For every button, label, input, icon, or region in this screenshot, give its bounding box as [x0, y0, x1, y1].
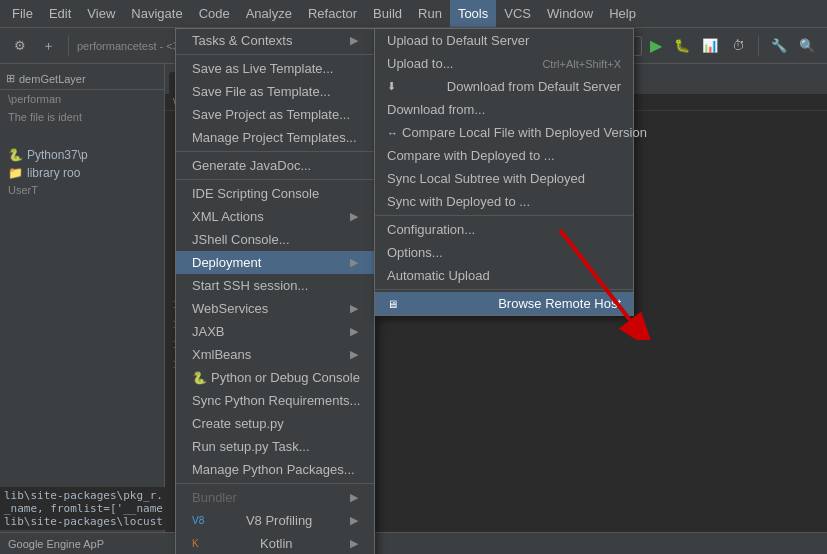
sidebar-item-2[interactable]: 📁 library roo	[0, 164, 164, 182]
menu-run[interactable]: Run	[410, 0, 450, 27]
toolbar-sep2	[758, 36, 759, 56]
menu-window[interactable]: Window	[539, 0, 601, 27]
bottom-path-1: lib\site-packages\pkg_r...	[4, 489, 165, 502]
code-line-8: 8 Set, task, between	[165, 255, 827, 275]
run-config-label: placeGetLayer	[539, 39, 617, 53]
code-line-3: 3 impo	[165, 155, 827, 175]
menu-code[interactable]: Code	[191, 0, 238, 27]
menu-tools[interactable]: Tools	[450, 0, 496, 27]
menu-vcs[interactable]: VCS	[496, 0, 539, 27]
bottom-bar: Google Engine ApP	[0, 532, 827, 554]
toolbar-sep1	[68, 36, 69, 56]
menu-refactor[interactable]: Refactor	[300, 0, 365, 27]
python-file-icon: 🐍	[181, 78, 193, 89]
sidebar-item-label-1: Python37\p	[27, 148, 88, 162]
menu-file[interactable]: File	[4, 0, 41, 27]
python-icon: 🐍	[8, 148, 23, 162]
sidebar-user-label: UserT	[0, 182, 164, 198]
code-line-13: 13	[165, 355, 827, 375]
editor-tab-active[interactable]: 🐍 placeGetLayer.py ✕	[169, 72, 318, 94]
code-line-2: 2 from	[165, 135, 827, 155]
debug-button[interactable]: 🐛	[670, 34, 694, 58]
settings-button[interactable]: 🔧	[767, 34, 791, 58]
toolbar: ⚙ ＋ performancetest - <3affc2a9-ae1a-49d…	[0, 28, 827, 64]
code-area: 1 impo 2 from 3 impo 4 5 class 6 d	[165, 111, 827, 379]
editor-breadcrumb: \placeGetLayer.py	[165, 94, 827, 111]
menu-bar: File Edit View Navigate Code Analyze Ref…	[0, 0, 827, 28]
run-config-selector[interactable]: 🐍 placeGetLayer ▼	[514, 36, 642, 56]
menu-build[interactable]: Build	[365, 0, 410, 27]
breadcrumb-path: performancetest - <3affc2a9-ae1a-49d3-bf…	[77, 40, 510, 52]
sidebar-item-1[interactable]: 🐍 Python37\p	[0, 146, 164, 164]
coverage-button[interactable]: 📊	[698, 34, 722, 58]
code-line-7: 7	[165, 235, 827, 255]
code-line-5: 5 class	[165, 195, 827, 215]
menu-navigate[interactable]: Navigate	[123, 0, 190, 27]
tab-close-button[interactable]: ✕	[298, 78, 306, 89]
sidebar-file-ident: The file is ident	[0, 108, 164, 126]
folder-icon: 📁	[8, 166, 23, 180]
ide-area: ⊞ demGetLayer \performan The file is ide…	[0, 64, 827, 554]
google-app-engine-status: Google Engine ApP	[8, 538, 104, 550]
code-line-4: 4	[165, 175, 827, 195]
code-line-6: 6 d kGetLayer')	[165, 215, 827, 235]
sidebar-item-label-2: library roo	[27, 166, 80, 180]
code-line-10: 10	[165, 295, 827, 315]
sidebar-project-label: ⊞	[6, 72, 15, 85]
code-line-9: 9 @	[165, 275, 827, 295]
back-button[interactable]: ⚙	[8, 34, 32, 58]
search-button[interactable]: 🔍	[795, 34, 819, 58]
menu-analyze[interactable]: Analyze	[238, 0, 300, 27]
breadcrumb-text: \placeGetLayer.py	[173, 96, 262, 108]
menu-view[interactable]: View	[79, 0, 123, 27]
menu-help[interactable]: Help	[601, 0, 644, 27]
sidebar-path: \performan	[0, 90, 164, 108]
run-config-arrow: ▼	[621, 39, 633, 53]
sidebar-project-name: demGetLayer	[19, 73, 86, 85]
code-line-12: 12	[165, 335, 827, 355]
sidebar: ⊞ demGetLayer \performan The file is ide…	[0, 64, 165, 554]
forward-button[interactable]: ＋	[36, 34, 60, 58]
bottom-path-3: lib\site-packages\locust-	[4, 515, 165, 528]
code-line-1: 1 impo	[165, 115, 827, 135]
code-comment: Set, task, between	[195, 258, 325, 272]
code-snippet-inline: kGetLayer')	[311, 218, 390, 232]
editor-tabs: 🐍 placeGetLayer.py ✕	[165, 64, 827, 94]
profile-button[interactable]: ⏱	[726, 34, 750, 58]
editor-tab-label: placeGetLayer.py	[199, 76, 292, 90]
editor-area: 🐍 placeGetLayer.py ✕ \placeGetLayer.py 1…	[165, 64, 827, 554]
bottom-path-2: _name, fromlist=['__name	[4, 502, 165, 515]
menu-edit[interactable]: Edit	[41, 0, 79, 27]
code-line-11: 11 d	[165, 315, 827, 335]
run-button[interactable]: ▶	[646, 36, 666, 55]
